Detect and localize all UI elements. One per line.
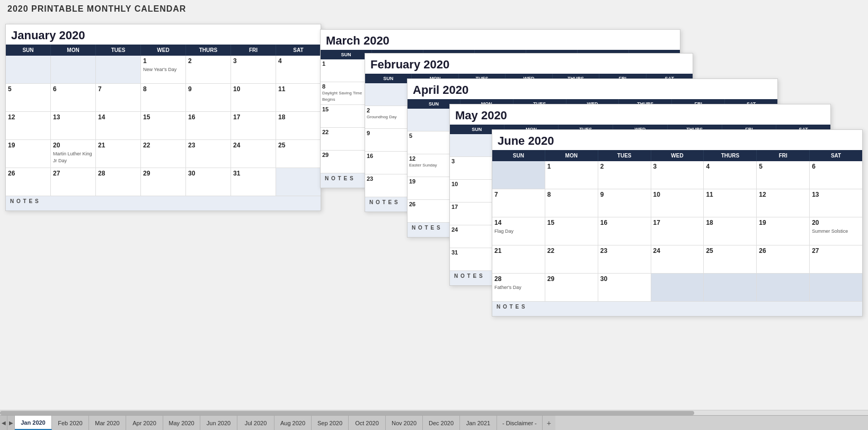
list-item: 11 <box>704 189 757 217</box>
list-item: 12 <box>757 189 810 217</box>
tab-bar: ◀ ▶ Jan 2020 Feb 2020 Mar 2020 Apr 2020 … <box>0 415 868 430</box>
list-item: 8 <box>545 189 598 217</box>
list-item: 10 <box>651 189 704 217</box>
jun-fri: FRI <box>757 150 810 161</box>
tab-apr-2020[interactable]: Apr 2020 <box>126 416 163 430</box>
list-item: 20Summer Solstice <box>810 217 862 245</box>
jan-sun: SUN <box>6 45 51 56</box>
jun-sat: SAT <box>810 150 862 161</box>
list-item: 16 <box>598 217 651 245</box>
jan-notes: N O T E S <box>6 196 321 210</box>
list-item: 25 <box>704 245 757 273</box>
list-item: 22 <box>545 245 598 273</box>
tab-jan-2021[interactable]: Jan 2021 <box>460 416 497 430</box>
tab-feb-2020[interactable]: Feb 2020 <box>52 416 89 430</box>
list-item: 28 <box>96 168 141 196</box>
table-row: 7 8 9 10 11 12 13 <box>492 189 862 217</box>
may-title: May 2020 <box>450 104 830 125</box>
tab-add-button[interactable]: + <box>543 416 555 430</box>
january-calendar: January 2020 SUN MON TUES WED THURS FRI … <box>5 24 321 211</box>
jan-fri: FRI <box>231 45 276 56</box>
list-item: 2 <box>186 56 231 83</box>
jan-tue: TUES <box>96 45 141 56</box>
list-item: 10 <box>231 84 276 111</box>
tab-dec-2020[interactable]: Dec 2020 <box>423 416 460 430</box>
list-item: 17 <box>231 112 276 139</box>
list-item <box>51 56 96 83</box>
table-row: 21 22 23 24 25 26 27 <box>492 245 862 274</box>
list-item: 15 <box>141 112 186 139</box>
list-item: 4 <box>704 161 757 189</box>
jan-thu: THURS <box>186 45 231 56</box>
jun-notes: N O T E S <box>492 301 862 316</box>
list-item: 18 <box>276 112 321 139</box>
list-item: 14Flag Day <box>492 217 545 245</box>
list-item: 15 <box>545 217 598 245</box>
list-item: 1 <box>545 161 598 189</box>
tab-jan-2020[interactable]: Jan 2020 <box>15 416 52 430</box>
jan-wed: WED <box>141 45 186 56</box>
list-item: 6 <box>810 161 862 189</box>
table-row: 26 27 28 29 30 31 <box>6 168 321 196</box>
list-item: 20Martin Luther King Jr Day <box>51 140 96 168</box>
apr-title: April 2020 <box>408 79 777 99</box>
tab-mar-2020[interactable]: Mar 2020 <box>89 416 126 430</box>
list-item: 5 <box>757 161 810 189</box>
tab-nov-2020[interactable]: Nov 2020 <box>386 416 423 430</box>
tab-disclaimer[interactable]: - Disclaimer - <box>497 416 543 430</box>
list-item: 6 <box>51 84 96 111</box>
june-calendar: June 2020 SUN MON TUES WED THURS FRI SAT… <box>492 129 863 317</box>
table-row: 12 13 14 15 16 17 18 <box>6 112 321 140</box>
list-item: 23 <box>186 140 231 168</box>
main-container: 2020 PRINTABLE MONTHLY CALENDAR January … <box>0 0 868 430</box>
list-item: 1New Year's Day <box>141 56 186 83</box>
list-item: 7 <box>492 189 545 217</box>
jan-header: SUN MON TUES WED THURS FRI SAT <box>6 45 321 56</box>
page-title: 2020 PRINTABLE MONTHLY CALENDAR <box>0 0 868 16</box>
list-item: 21 <box>492 245 545 273</box>
list-item: 24 <box>651 245 704 273</box>
feb-sun: SUN <box>365 74 412 83</box>
list-item: 4 <box>276 56 321 83</box>
tab-aug-2020[interactable]: Aug 2020 <box>274 416 312 430</box>
list-item: 23 <box>598 245 651 273</box>
list-item: 2Groundhog Day <box>365 106 412 128</box>
table-row: 5 6 7 8 9 10 11 <box>6 84 321 112</box>
list-item: 16 <box>186 112 231 139</box>
list-item: 18 <box>704 217 757 245</box>
list-item: 31 <box>231 168 276 196</box>
list-item: 9 <box>365 129 412 151</box>
tab-sep-2020[interactable]: Sep 2020 <box>312 416 349 430</box>
tab-oct-2020[interactable]: Oct 2020 <box>349 416 386 430</box>
tab-scroll-left[interactable]: ◀ <box>0 416 7 430</box>
list-item: 22 <box>141 140 186 168</box>
list-item: 2 <box>598 161 651 189</box>
jun-header: SUN MON TUES WED THURS FRI SAT <box>492 150 862 161</box>
jun-tue: TUES <box>598 150 651 161</box>
tab-jun-2020[interactable]: Jun 2020 <box>200 416 237 430</box>
jun-thu: THURS <box>704 150 757 161</box>
list-item: 7 <box>96 84 141 111</box>
scrollbar-thumb[interactable] <box>0 411 694 415</box>
jun-wed: WED <box>651 150 704 161</box>
tab-jul-2020[interactable]: Jul 2020 <box>237 416 274 430</box>
list-item <box>492 161 545 189</box>
list-item: 30 <box>598 274 651 301</box>
list-item <box>365 83 412 106</box>
list-item: 21 <box>96 140 141 168</box>
list-item <box>96 56 141 83</box>
table-row: 1New Year's Day 2 3 4 <box>6 56 321 84</box>
list-item: 30 <box>186 168 231 196</box>
list-item <box>757 274 810 301</box>
list-item: 25 <box>276 140 321 168</box>
list-item: 29 <box>141 168 186 196</box>
tab-may-2020[interactable]: May 2020 <box>163 416 200 430</box>
list-item: 26 <box>6 168 51 196</box>
list-item: 3 <box>231 56 276 83</box>
table-row: 14Flag Day 15 16 17 18 19 20Summer Solst… <box>492 217 862 245</box>
jun-sun: SUN <box>492 150 545 161</box>
tab-scroll-right[interactable]: ▶ <box>7 416 15 430</box>
horizontal-scrollbar[interactable] <box>0 410 868 415</box>
list-item: 23 <box>365 174 412 197</box>
table-row: 19 20Martin Luther King Jr Day 21 22 23 … <box>6 140 321 168</box>
